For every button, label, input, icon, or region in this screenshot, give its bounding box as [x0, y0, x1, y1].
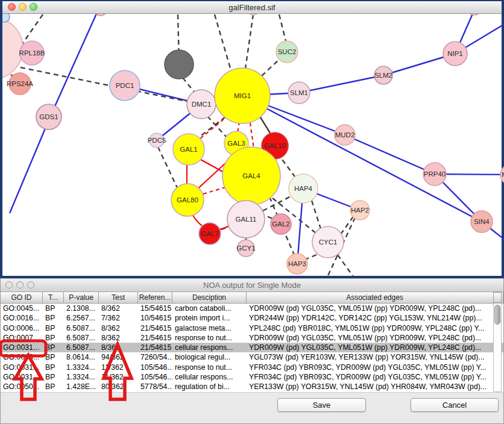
table-cell: response to nut... — [172, 333, 247, 343]
scrollbar-thumb[interactable] — [494, 305, 500, 325]
table-cell: 6.5087... — [64, 333, 99, 343]
screenshot-root: RPL18BRPS24AGDS1PDC1PDC5DMC1MIG1SUC2SLM1… — [0, 0, 504, 424]
graph-edge-dash — [312, 201, 321, 231]
node-label-gal7: GAL7 — [201, 230, 218, 237]
save-button[interactable]: Save — [277, 398, 366, 412]
node-label-prp40: PRP40 — [424, 170, 446, 178]
minimize-button[interactable] — [19, 3, 27, 11]
node-label-gal80: GAL80 — [177, 196, 198, 204]
close-button[interactable] — [8, 3, 16, 11]
minimize-button[interactable] — [16, 281, 24, 288]
table-cell: 105/546... — [138, 363, 172, 372]
node-large-left[interactable] — [2, 17, 23, 80]
table-cell: cellular respons... — [172, 372, 247, 382]
node-label-rpl18b: RPL18B — [19, 49, 45, 57]
noa-window-titlebar[interactable]: NOA output for Single Mode — [1, 279, 503, 292]
table-cell: 10/54615 — [138, 313, 172, 323]
table-cell: YFR034C (pd) YBR093C, YDR009W (pd) YGL03… — [247, 363, 503, 372]
table-body: GO:0045...BP2.1308...8/36215/54615carbon… — [1, 304, 503, 393]
table-cell: YDR244W (pp) YDR142C, YDR142C (pp) YGL15… — [247, 313, 503, 323]
table-cell: regulation of bi... — [172, 382, 247, 391]
table-cell: GO:0045... — [1, 304, 43, 313]
table-row[interactable]: GO:0050...BP1.428E...80/3625778/54...reg… — [1, 382, 503, 391]
noa-window-title: NOA output for Single Mode — [203, 281, 301, 290]
cancel-button[interactable]: Cancel — [411, 398, 499, 412]
table-cell: 1.428E... — [64, 382, 99, 391]
table-cell: GO:0050... — [1, 382, 43, 391]
column-header-referen-[interactable]: Referen... — [138, 292, 172, 303]
node-label-cyc1: CYC1 — [319, 238, 338, 246]
column-header-test[interactable]: Test — [99, 292, 138, 303]
table-row[interactable]: GO:0006...BP6.5087...8/36221/54615galact… — [1, 323, 503, 333]
node-gray[interactable] — [165, 50, 194, 79]
table-cell: BP — [43, 363, 64, 372]
graph-edge-dash — [262, 59, 280, 76]
node-label-pdc5: PDC5 — [148, 137, 166, 144]
noa-window-controls — [5, 281, 34, 288]
node-label-gal2: GAL2 — [272, 220, 289, 228]
graph-edge-dash — [215, 14, 232, 72]
column-header-desciption[interactable]: Desciption — [172, 292, 247, 303]
table-cell: GO:0031... — [1, 363, 43, 372]
table-cell: YER133W (pp) YOR315W, YNL145W (pd) YHR08… — [247, 382, 503, 391]
column-header-p-value[interactable]: P-value — [64, 292, 99, 303]
table-row[interactable]: GO:0065...BP8.0614...94/3627260/54...bio… — [1, 352, 503, 362]
zoom-button[interactable] — [27, 281, 34, 288]
node-label-gal4: GAL4 — [242, 172, 260, 179]
column-header-go-id[interactable]: GO ID — [1, 292, 43, 303]
table-cell: 11/362 — [99, 363, 138, 372]
graph-edge-dash — [338, 255, 354, 277]
table-cell: 8/362 — [99, 323, 138, 333]
vertical-scrollbar[interactable] — [493, 303, 502, 392]
node-label-gds1: GDS1 — [39, 113, 58, 120]
table-cell: 7260/54... — [138, 352, 172, 362]
table-row[interactable]: GO:0045...BP2.1308...8/36215/54615carbon… — [1, 304, 503, 313]
graph-edge-dash — [183, 78, 195, 93]
table-cell: cellular respons... — [172, 343, 247, 352]
table-cell: biological regul... — [172, 352, 247, 362]
table-row[interactable]: GO:0016...BP6.2567...7/36210/54615protei… — [1, 313, 503, 323]
table-cell: GO:0007... — [1, 333, 43, 343]
table-cell: BP — [43, 352, 64, 362]
table-cell: YPL248C (pd) YBR018C, YML051W (pp) YDR00… — [247, 323, 503, 333]
node-label-suc2: SUC2 — [278, 48, 297, 55]
node-label-gal3: GAL3 — [227, 140, 245, 147]
table-row[interactable]: GO:0031...BP1.3324...11/362105/546...cel… — [1, 372, 503, 382]
table-cell: GO:0031... — [1, 343, 43, 352]
node-label-gcy1: GCY1 — [236, 245, 255, 252]
graph-edge-reddash — [203, 187, 225, 194]
table-cell: BP — [43, 372, 64, 382]
table-cell: YFR034C (pd) YBR093C, YDR009W (pd) YGL03… — [247, 372, 503, 382]
zoom-button[interactable] — [30, 3, 37, 11]
network-canvas[interactable]: RPL18BRPS24AGDS1PDC1PDC5DMC1MIG1SUC2SLM1… — [2, 1, 504, 277]
table-cell: 8/362 — [99, 304, 138, 313]
column-header-t-[interactable]: T... — [43, 292, 64, 303]
table-cell: 8/362 — [99, 343, 138, 352]
table-row[interactable]: GO:0031...BP1.3324...11/362105/546...res… — [1, 363, 503, 372]
table-row[interactable]: GO:0031...BP6.5087...8/36221/54615cellul… — [1, 343, 503, 352]
node-label-mig1: MIG1 — [234, 92, 251, 99]
table-cell: BP — [43, 382, 64, 391]
table-cell: 1.3324... — [64, 363, 99, 372]
graph-window-titlebar[interactable]: galFiltered.sif — [2, 1, 502, 14]
table-cell: BP — [43, 304, 64, 313]
table-cell: YDR009W (pd) YGL035C, YML051W (pp) YDR00… — [247, 333, 503, 343]
graph-edge-dash — [279, 14, 286, 41]
table-cell: 80/362 — [99, 382, 138, 391]
table-cell: 8/362 — [99, 333, 138, 343]
table-row[interactable]: GO:0007...BP6.5087...8/36221/54615respon… — [1, 333, 503, 343]
node-label-rps24a: RPS24A — [7, 80, 33, 87]
column-header-associated-edges[interactable]: Associated edges — [247, 292, 503, 303]
node-label-gal1: GAL1 — [180, 146, 197, 153]
table-cell: YDR009W (pd) YGL035C, YML051W (pp) YDR00… — [247, 343, 503, 352]
table-cell: GO:0006... — [1, 323, 43, 333]
graph-edge-blue — [345, 135, 435, 174]
table-cell: 21/54615 — [138, 333, 172, 343]
close-button[interactable] — [5, 281, 13, 288]
node-label-dmc1: DMC1 — [192, 101, 212, 108]
table-cell: BP — [43, 323, 64, 333]
graph-edge-dash — [20, 67, 192, 102]
table-cell: GO:0031... — [1, 372, 43, 382]
node-label-sin4: SIN4 — [474, 218, 490, 225]
table-cell: GO:0016... — [1, 313, 43, 323]
